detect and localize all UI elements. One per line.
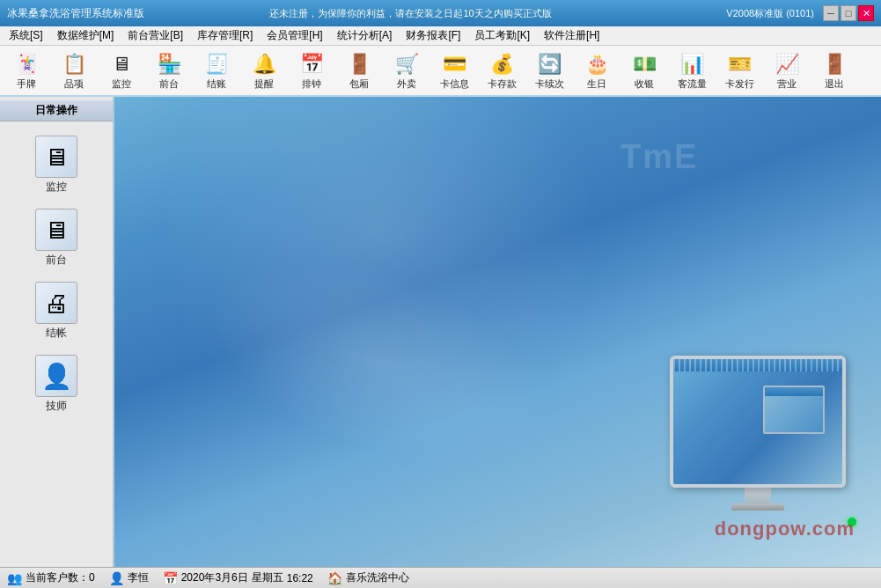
- toolbar-btn-cardissue[interactable]: 🎫 卡发行: [716, 48, 762, 93]
- toolbar-btn-birthday[interactable]: 🎂 生日: [574, 48, 620, 93]
- toolbar-icon-cardinfo: 💳: [440, 50, 468, 77]
- toolbar-icon-items: 📋: [60, 50, 88, 77]
- monitor-screen-bar-inner: [673, 359, 842, 371]
- toolbar-label-cardissue: 卡发行: [725, 77, 754, 91]
- sidebar-icon-technician: 👤: [35, 355, 77, 397]
- toolbar-btn-remind[interactable]: 🔔 提醒: [241, 48, 287, 93]
- toolbar-label-schedule: 排钟: [302, 77, 321, 91]
- sidebar-item-technician[interactable]: 👤 技师: [5, 349, 107, 419]
- status-bar: 👥 当前客户数：0 👤 李恒 📅 2020年3月6日 星期五 16:22 🏠 喜…: [0, 567, 881, 588]
- toolbar-label-exit: 退出: [825, 77, 844, 91]
- toolbar-label-business: 营业: [777, 77, 797, 91]
- menu-item-F[interactable]: 财务报表[F]: [399, 26, 467, 45]
- monitor-base: [731, 503, 784, 511]
- toolbar-icon-schedule: 📅: [297, 50, 326, 77]
- sidebar-label-front: 前台: [46, 253, 67, 268]
- minimize-button[interactable]: ─: [823, 5, 839, 21]
- toolbar-btn-exit[interactable]: 🚪 退出: [811, 48, 857, 93]
- store-item: 🏠 喜乐洗浴中心: [327, 570, 409, 585]
- toolbar-btn-items[interactable]: 📋 品项: [51, 48, 97, 93]
- sidebar-icon-front: 🖥: [35, 209, 77, 251]
- toolbar-icon-traffic: 📊: [678, 50, 706, 77]
- toolbar-icon-delivery: 🛒: [393, 50, 421, 77]
- calendar-icon: 📅: [163, 571, 178, 585]
- toolbar-label-delivery: 外卖: [397, 77, 416, 91]
- toolbar-icon-cardrenew: 🔄: [535, 50, 563, 77]
- mini-screen-bar: [765, 387, 823, 396]
- toolbar-btn-cashier[interactable]: 💵 收银: [621, 48, 667, 93]
- current-user: 李恒: [128, 570, 149, 585]
- toolbar-label-items: 品项: [64, 77, 84, 91]
- store-name: 喜乐洗浴中心: [346, 570, 409, 585]
- toolbar-btn-schedule[interactable]: 📅 排钟: [289, 48, 334, 93]
- sidebar: 日常操作 🖥 监控 🖥 前台 🖨 结帐 👤 技师: [0, 97, 114, 567]
- toolbar-label-traffic: 客流量: [678, 77, 707, 91]
- toolbar-btn-monitor[interactable]: 🖥 监控: [99, 48, 144, 93]
- sidebar-label-checkout: 结帐: [46, 326, 67, 341]
- toolbar-icon-checkout: 🧾: [202, 50, 231, 77]
- toolbar-btn-cardrenew[interactable]: 🔄 卡续次: [526, 48, 572, 93]
- toolbar-btn-cardsave[interactable]: 💰 卡存款: [479, 48, 525, 93]
- menu-item-B[interactable]: 前台营业[B]: [121, 26, 190, 45]
- close-button[interactable]: ✕: [858, 5, 874, 21]
- user-icon: 👤: [109, 571, 124, 585]
- menu-item-H[interactable]: 会员管理[H]: [260, 26, 329, 45]
- sidebar-label-technician: 技师: [46, 399, 67, 414]
- toolbar-label-remind: 提醒: [254, 77, 274, 91]
- monitor-screen-bar: [673, 359, 842, 371]
- title-bar: 冰果桑拿洗浴管理系统标准版 还未注册，为保障你的利益，请在安装之日起10天之内购…: [0, 0, 881, 26]
- watermark: dongpow.com: [715, 518, 855, 540]
- sidebar-icon-monitor: 🖥: [35, 136, 77, 178]
- current-time: 16:22: [287, 572, 313, 584]
- app-title: 冰果桑拿洗浴管理系统标准版: [7, 6, 209, 21]
- mini-screen: [763, 386, 825, 434]
- toolbar-btn-delivery[interactable]: 🛒 外卖: [384, 48, 429, 93]
- toolbar-label-birthday: 生日: [587, 77, 606, 91]
- menu-item-A[interactable]: 统计分析[A]: [330, 26, 400, 45]
- toolbar-icon-exit: 🚪: [820, 50, 848, 77]
- toolbar-icon-handcard: 🃏: [12, 50, 40, 77]
- title-version: V2008标准版 (0101): [613, 7, 814, 20]
- toolbar-btn-business[interactable]: 📈 营业: [764, 48, 810, 93]
- toolbar-btn-traffic[interactable]: 📊 客流量: [669, 48, 715, 93]
- datetime-item: 📅 2020年3月6日 星期五 16:22: [163, 570, 313, 585]
- menu-item-S[interactable]: 系统[S]: [2, 26, 50, 45]
- current-date: 2020年3月6日: [181, 570, 248, 585]
- toolbar-label-monitor: 监控: [112, 77, 131, 91]
- menu-item-K[interactable]: 员工考勤[K]: [467, 26, 537, 45]
- toolbar-btn-front[interactable]: 🏪 前台: [146, 48, 192, 93]
- toolbar-btn-checkout[interactable]: 🧾 结账: [194, 48, 239, 93]
- sidebar-item-front[interactable]: 🖥 前台: [5, 203, 107, 273]
- toolbar-icon-cardissue: 🎫: [725, 50, 753, 77]
- tne-label: TmE: [620, 138, 698, 176]
- maximize-button[interactable]: □: [841, 5, 856, 21]
- toolbar-icon-monitor: 🖥: [107, 50, 136, 77]
- toolbar-btn-cardinfo[interactable]: 💳 卡信息: [431, 48, 477, 93]
- sidebar-header: 日常操作: [0, 100, 113, 121]
- toolbar-icon-business: 📈: [773, 50, 801, 77]
- toolbar-label-checkout: 结账: [207, 77, 226, 91]
- toolbar-label-cardsave: 卡存款: [488, 77, 517, 91]
- toolbar: 🃏 手牌 📋 品项 🖥 监控 🏪 前台 🧾 结账 🔔 提醒 📅 排钟 🚪 包厢 …: [0, 46, 881, 97]
- menu-item-R[interactable]: 库存管理[R]: [190, 26, 260, 45]
- monitor-screen-inner: [673, 359, 842, 484]
- toolbar-icon-front: 🏪: [155, 50, 183, 77]
- weekday: 星期五: [252, 570, 283, 585]
- user-item: 👤 李恒: [109, 570, 149, 585]
- toolbar-icon-birthday: 🎂: [583, 50, 611, 77]
- menu-bar: 系统[S]数据维护[M]前台营业[B]库存管理[R]会员管理[H]统计分析[A]…: [0, 26, 881, 46]
- menu-item-H[interactable]: 软件注册[H]: [537, 26, 606, 45]
- store-icon: 🏠: [327, 571, 342, 585]
- toolbar-label-cashier: 收银: [635, 77, 654, 91]
- sidebar-item-checkout[interactable]: 🖨 结帐: [5, 276, 107, 346]
- sidebar-icon-checkout: 🖨: [35, 282, 77, 324]
- toolbar-btn-baofang[interactable]: 🚪 包厢: [336, 48, 382, 93]
- customer-count: 当前客户数：0: [26, 570, 95, 585]
- toolbar-label-front: 前台: [159, 77, 179, 91]
- customer-icon: 👥: [7, 571, 22, 585]
- toolbar-btn-handcard[interactable]: 🃏 手牌: [4, 48, 49, 93]
- sidebar-item-monitor[interactable]: 🖥 监控: [5, 130, 107, 200]
- menu-item-M[interactable]: 数据维护[M]: [50, 26, 121, 45]
- toolbar-icon-cardsave: 💰: [488, 50, 516, 77]
- toolbar-label-cardrenew: 卡续次: [535, 77, 564, 91]
